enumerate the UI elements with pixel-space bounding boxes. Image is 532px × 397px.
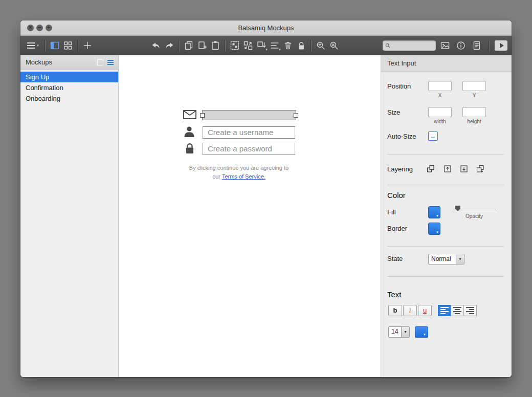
window-minimize-button[interactable]: − [36,25,43,31]
section-divider [387,154,504,155]
zoom-reset-button[interactable] [327,39,341,52]
chevron-down-icon: ▼ [436,214,439,217]
group-button[interactable] [228,39,241,52]
chevron-down-icon: ▼ [36,44,39,47]
size-width-field[interactable] [428,107,452,117]
send-to-back-button[interactable] [475,164,486,174]
border-color-swatch[interactable]: ▼ [428,223,440,235]
bring-forward-button[interactable] [442,164,453,174]
password-input-widget[interactable]: Create a password [203,143,295,155]
size-height-field[interactable] [462,107,486,117]
bring-to-front-button[interactable] [425,164,436,174]
fill-color-swatch[interactable]: ▼ [428,206,440,218]
height-label: height [462,119,486,124]
ui-library-button[interactable] [438,39,452,52]
text-color-swatch[interactable]: ▼ [415,326,428,338]
autosize-button[interactable]: ↔ [428,131,438,141]
state-label: State [387,255,403,262]
opacity-slider-handle[interactable] [455,206,460,211]
bold-button[interactable]: b [388,305,402,316]
align-left-icon [438,307,451,314]
email-input-widget-selected[interactable] [202,110,296,120]
sidebar-item-onboarding[interactable]: Onboarding [20,93,118,104]
position-y-field[interactable] [462,81,486,91]
align-left-button[interactable] [438,305,451,316]
grid-icon [63,40,73,51]
tos-line2-prefix: our [212,173,222,180]
main-menu-button[interactable]: ▼ [25,39,42,52]
person-icon[interactable] [184,126,195,140]
bring-to-front-icon [427,165,435,173]
state-dropdown[interactable]: Normal ▼ [428,254,464,264]
state-value: Normal [431,255,451,262]
toggle-grid-view-button[interactable] [61,39,75,52]
lock-button[interactable] [295,39,308,52]
send-backward-button[interactable] [458,164,470,174]
new-mockup-button[interactable] [81,39,94,52]
window-controls: × − + [27,25,52,31]
chevron-down-icon: ▼ [456,254,464,264]
chevron-down-icon: ▼ [401,327,409,337]
zoom-in-icon [316,40,326,51]
resize-handle-left[interactable] [200,113,205,118]
sidebar-header: Mockups [20,55,118,70]
mockup-canvas[interactable]: Create a username Create a password By c… [119,55,381,377]
presentation-button[interactable] [495,40,507,51]
border-label: Border [387,225,407,232]
toolbar-separator [179,40,180,52]
toolbar-right-group [383,39,507,52]
y-axis-label: Y [462,93,486,98]
zoom-in-button[interactable] [314,39,327,52]
window-close-button[interactable]: × [27,25,34,31]
inspector-toggle-button[interactable] [454,39,468,52]
toolbar-separator [45,40,46,52]
app-window: × − + Balsamiq Mockups ▼ [20,20,512,377]
align-center-button[interactable] [451,305,464,316]
search-input[interactable] [390,41,433,50]
terms-of-service-link[interactable]: Terms of Service. [222,173,265,180]
align-right-button[interactable] [463,305,477,316]
copy-icon [184,40,194,51]
padlock-icon[interactable] [185,142,195,156]
position-label: Position [387,82,411,90]
notes-button[interactable] [470,39,483,52]
font-size-value: 14 [391,328,398,335]
terms-text-widget[interactable]: By clicking continue you are agreeing to… [182,164,296,181]
font-size-dropdown[interactable]: 14 ▼ [388,326,410,338]
tos-line1: By clicking continue you are agreeing to [189,165,289,171]
duplicate-button[interactable] [195,39,209,52]
envelope-icon[interactable] [183,110,196,121]
chevron-down-icon: ▼ [436,231,439,234]
toolbar-search[interactable] [383,40,436,51]
toolbar-separator [489,40,490,52]
list-view-icon[interactable] [107,60,114,65]
undo-button[interactable] [149,39,163,52]
underline-button[interactable]: u [418,305,432,316]
mockup-list: Sign Up Confirmation Onboarding [20,70,118,104]
section-divider [387,185,504,185]
chevron-down-icon: ▼ [423,333,426,336]
property-inspector: Text Input Position X Y Size width heigh… [381,55,512,377]
bring-forward-icon [444,165,452,173]
arrange-button[interactable]: ▼ [255,39,268,52]
username-input-widget[interactable]: Create a username [203,126,295,139]
thumbnail-view-icon[interactable] [97,59,103,65]
opacity-label: Opacity [453,213,496,219]
redo-button[interactable] [163,39,176,52]
sidebar-item-sign-up[interactable]: Sign Up [20,72,118,82]
lock-icon [296,40,306,51]
sidebar-item-confirmation[interactable]: Confirmation [20,82,118,93]
italic-button[interactable]: i [403,305,417,316]
delete-button[interactable] [281,39,295,52]
resize-handle-right[interactable] [294,113,298,118]
paste-button[interactable] [209,39,222,52]
position-x-field[interactable] [428,81,452,91]
notes-icon [472,40,482,51]
toggle-left-panel-button[interactable] [48,39,61,52]
send-to-back-icon [476,165,484,173]
window-zoom-button[interactable]: + [46,25,52,31]
fill-label: Fill [387,208,396,216]
ungroup-button[interactable] [241,39,255,52]
copy-button[interactable] [182,39,195,52]
align-button[interactable]: ▼ [268,39,281,52]
